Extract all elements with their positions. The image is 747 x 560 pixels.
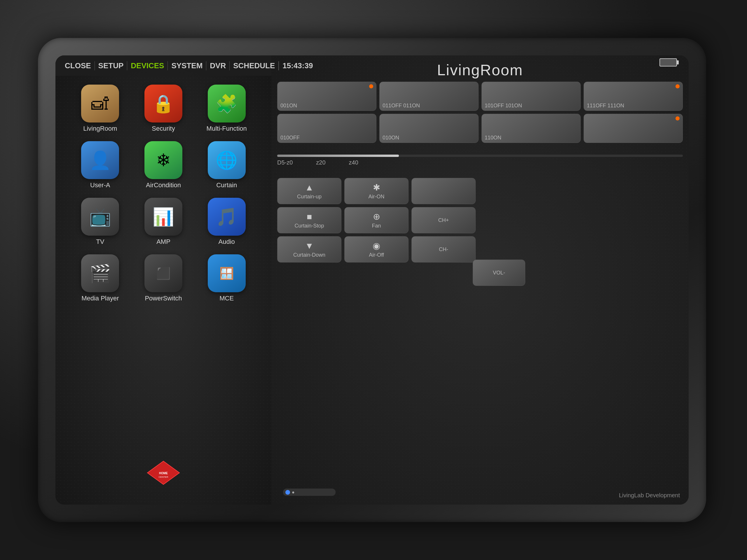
mediaplayer-icon: 🎬 [81,254,119,292]
switch-label-010on: 010ON [383,135,399,141]
ctrl-curtain-stop[interactable]: ■ Curtain-Stop [277,207,341,233]
aircondition-icon: ❄ [145,141,182,179]
indicator-extra [675,116,679,121]
air-on-icon: ✱ [373,182,380,192]
livingroom-icon: 🛋 [81,85,119,123]
curtain-stop-label: Curtain-Stop [294,223,324,229]
switches-grid: 001ON 011OFF 011ON 101OFF 101ON 111OFF 1… [277,82,683,143]
dimmer-section: D5-z0 z20 z40 [277,149,683,172]
left-panel: CLOSE SETUP DEVICES SYSTEM DVR SCHEDULE … [55,55,272,505]
multifunction-label: Multi-Function [207,125,247,132]
indicator-001on [369,84,373,88]
battery-icon [660,58,677,66]
livinglab-text: LivingLab Development [619,492,680,499]
curtain-up-icon: ▲ [305,183,314,192]
svg-text:HOME: HOME [159,472,168,475]
device-amp[interactable]: 📊 AMP [136,198,191,246]
mediaplayer-label: Media Player [81,295,119,302]
switch-101[interactable]: 101OFF 101ON [482,82,581,111]
indicator-111 [675,84,679,88]
nav-schedule[interactable]: SCHEDULE [230,61,279,70]
switch-label-011: 011OFF 011ON [383,103,420,109]
dimmer-label-d5z0: D5-z0 [277,159,293,166]
livingroom-label: LivingRoom [83,125,117,132]
device-security[interactable]: 🔒 Security [136,85,191,132]
ctrl-curtain-down[interactable]: ▼ Curtain-Down [277,236,341,263]
dimmer-labels: D5-z0 z20 z40 [277,159,683,166]
controls-grid: ▲ Curtain-up ✱ Air-ON ■ Curtain-Stop ⊕ F… [277,178,475,263]
switch-111[interactable]: 111OFF 111ON [584,82,683,111]
ctrl-ch-plus[interactable]: CH+ [411,207,475,233]
switch-010on[interactable]: 010ON [379,114,479,143]
device-powerswitch[interactable]: ⬛ PowerSwitch [136,254,191,302]
powerswitch-icon: ⬛ [145,254,182,292]
curtain-icon: 🌐 [208,141,246,179]
powerswitch-label: PowerSwitch [145,295,182,302]
device-audio[interactable]: 🎵 Audio [199,198,254,246]
device-livingroom[interactable]: 🛋 LivingRoom [73,85,128,132]
ch-plus-label: CH+ [438,217,449,223]
dimmer-label-z20: z20 [316,159,325,166]
fan-icon: ⊕ [373,211,380,222]
ch-minus-label: CH- [439,246,448,252]
device-mediaplayer[interactable]: 🎬 Media Player [73,254,128,302]
tablet-screen: CLOSE SETUP DEVICES SYSTEM DVR SCHEDULE … [55,55,689,505]
status-text: ● [292,490,295,495]
ctrl-vol-minus[interactable]: VOL- [473,260,525,286]
air-off-icon: ◉ [372,241,380,251]
audio-icon: 🎵 [208,198,246,236]
nav-bar: CLOSE SETUP DEVICES SYSTEM DVR SCHEDULE … [55,55,272,76]
amp-label: AMP [156,238,171,246]
ctrl-air-off[interactable]: ◉ Air-Off [344,236,409,263]
dimmer-track[interactable] [277,155,683,157]
switch-label-001on: 001ON [280,103,297,109]
security-icon: 🔒 [145,85,182,123]
device-tv[interactable]: 📺 TV [73,198,128,246]
usera-label: User-A [90,181,110,189]
device-curtain[interactable]: 🌐 Curtain [199,141,254,189]
mce-label: MCE [220,295,234,302]
device-aircondition[interactable]: ❄ AirCondition [136,141,191,189]
right-panel: LivingRoom 001ON 011OFF 011ON 101OFF 101… [272,55,689,505]
vol-minus-label: VOL- [493,270,505,276]
amp-icon: 📊 [145,198,182,236]
nav-setup[interactable]: SETUP [95,61,128,70]
switch-001on[interactable]: 001ON [277,82,377,111]
curtain-up-label: Curtain-up [297,194,321,200]
mce-icon: 🪟 [208,254,246,292]
usera-icon: 👤 [81,141,119,179]
curtain-label: Curtain [216,181,237,189]
aircondition-label: AirCondition [146,181,181,189]
ctrl-air-on[interactable]: ✱ Air-ON [344,178,409,204]
device-multifunction[interactable]: 🧩 Multi-Function [199,85,254,132]
switch-011[interactable]: 011OFF 011ON [379,82,479,111]
status-bar [660,58,677,66]
dimmer-fill [277,155,399,157]
tv-icon: 📺 [81,198,119,236]
status-dot [285,490,290,495]
switch-label-101: 101OFF 101ON [485,103,522,109]
switch-110on[interactable]: 110ON [482,114,581,143]
device-mce[interactable]: 🪟 MCE [199,254,254,302]
switch-extra[interactable] [584,114,683,143]
device-usera[interactable]: 👤 User-A [73,141,128,189]
multifunction-icon: 🧩 [208,85,246,123]
nav-devices[interactable]: DEVICES [127,61,168,70]
curtain-stop-icon: ■ [307,212,312,222]
switch-010off[interactable]: 010OFF [277,114,377,143]
ctrl-curtain-up[interactable]: ▲ Curtain-up [277,178,341,204]
dimmer-label-z40: z40 [349,159,358,166]
ctrl-fan[interactable]: ⊕ Fan [344,207,409,233]
svg-text:CENTER: CENTER [159,476,169,478]
nav-dvr[interactable]: DVR [206,61,230,70]
security-label: Security [152,125,175,132]
nav-system[interactable]: SYSTEM [168,61,206,70]
nav-close[interactable]: CLOSE [61,61,95,70]
room-title: LivingRoom [272,61,689,79]
switch-label-111: 111OFF 111ON [587,103,624,109]
switch-label-010off: 010OFF [280,135,300,141]
device-grid: 🛋 LivingRoom 🔒 Security 🧩 Multi-Function… [67,79,260,308]
ctrl-ch-minus[interactable]: CH- [411,236,475,263]
tv-label: TV [96,238,104,246]
fan-label: Fan [372,223,381,229]
